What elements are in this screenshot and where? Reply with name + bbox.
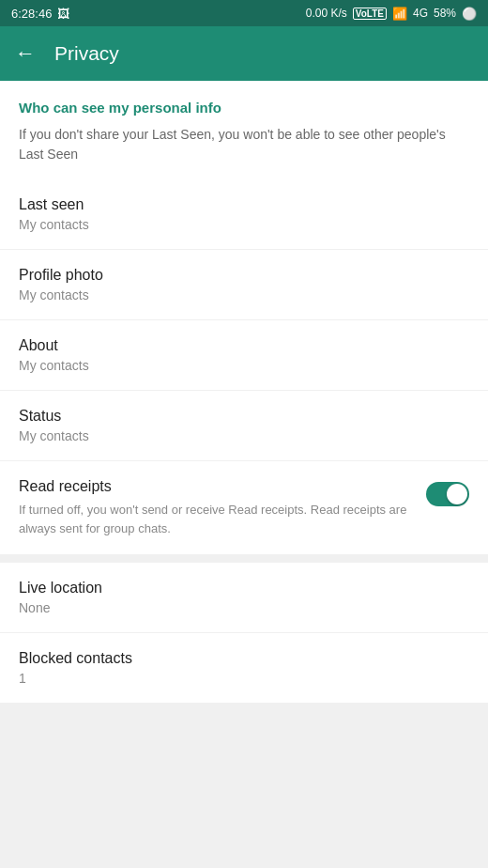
bottom-section: Live location None Blocked contacts 1 [0,563,488,704]
last-seen-title: Last seen [19,196,469,213]
image-icon: 🖼 [57,7,69,21]
live-location-title: Live location [19,580,469,597]
status-bar: 6:28:46 🖼 0.00 K/s VoLTE 📶 4G 58% ⚪ [0,0,488,26]
toggle-knob [447,484,467,504]
profile-photo-subtitle: My contacts [19,287,469,302]
status-item[interactable]: Status My contacts [0,391,488,461]
about-subtitle: My contacts [19,358,469,373]
time-display: 6:28:46 [11,7,52,21]
status-bar-left: 6:28:46 🖼 [11,7,69,21]
sim-icon: 📶 [392,7,407,21]
back-button[interactable]: ← [15,43,36,64]
profile-photo-item[interactable]: Profile photo My contacts [0,250,488,320]
about-title: About [19,337,469,354]
status-bar-right: 0.00 K/s VoLTE 📶 4G 58% ⚪ [306,7,477,21]
page-title: Privacy [54,42,119,65]
read-receipts-title: Read receipts [19,478,411,495]
toolbar: ← Privacy [0,26,488,81]
status-title: Status [19,408,469,425]
who-description: If you don't share your Last Seen, you w… [19,125,469,164]
read-receipts-toggle[interactable] [426,482,469,506]
read-receipts-item[interactable]: Read receipts If turned off, you won't s… [0,461,488,555]
last-seen-subtitle: My contacts [19,217,469,232]
blocked-contacts-item[interactable]: Blocked contacts 1 [0,633,488,704]
blocked-contacts-title: Blocked contacts [19,650,469,667]
speed-display: 0.00 K/s [306,7,347,20]
profile-photo-title: Profile photo [19,267,469,284]
read-receipts-text: Read receipts If turned off, you won't s… [19,478,426,537]
who-title: Who can see my personal info [19,100,469,116]
volte-badge: VoLTE [353,8,387,20]
section-divider [0,555,488,563]
live-location-item[interactable]: Live location None [0,563,488,633]
status-subtitle: My contacts [19,428,469,443]
battery-icon: ⚪ [462,7,477,21]
read-receipts-toggle-container [426,482,469,506]
battery-display: 58% [434,7,456,20]
settings-list: Last seen My contacts Profile photo My c… [0,179,488,555]
last-seen-item[interactable]: Last seen My contacts [0,179,488,250]
signal-label: 4G [413,7,428,20]
live-location-subtitle: None [19,600,469,615]
blocked-contacts-subtitle: 1 [19,671,469,686]
who-section: Who can see my personal info If you don'… [0,81,488,179]
about-item[interactable]: About My contacts [0,320,488,391]
read-receipts-description: If turned off, you won't send or receive… [19,501,411,537]
